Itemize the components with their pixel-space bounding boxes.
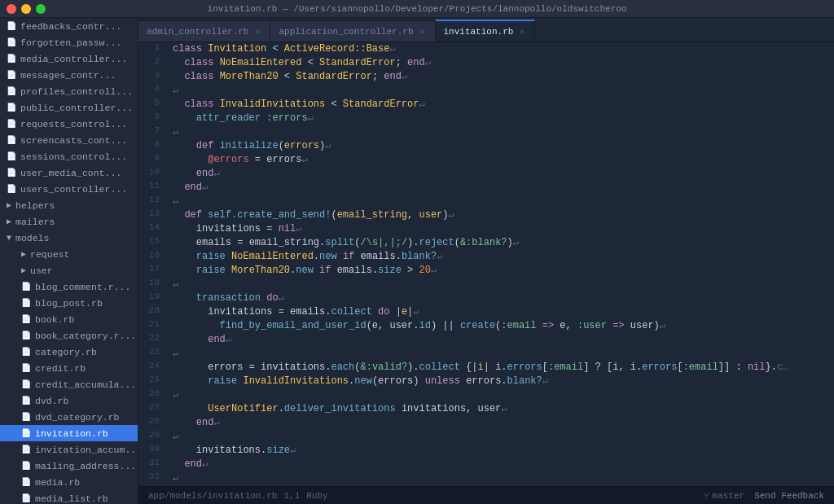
file-icon: 📄 [21, 298, 31, 308]
line-number: 26 [138, 388, 169, 402]
sidebar-item-blog-post[interactable]: 📄 blog_post.rb [0, 295, 138, 311]
line-number: 6 [138, 112, 169, 125]
sidebar-item-helpers[interactable]: ▶ helpers [0, 197, 138, 213]
line-code: transaction do↵ [169, 291, 834, 305]
line-code: ↵ [169, 388, 834, 402]
file-icon: 📄 [21, 445, 31, 454]
line-number: 22 [138, 333, 169, 347]
sidebar-item-requests[interactable]: 📄 requests_control... [0, 116, 138, 132]
sidebar-item-dvd[interactable]: 📄 dvd.rb [0, 392, 138, 409]
file-icon: 📄 [21, 347, 31, 357]
sidebar-item-media[interactable]: 📄 media.rb [0, 474, 138, 490]
table-row: 24 errors = invitations.each(&:valid?).c… [138, 361, 834, 375]
table-row: 2 class NoEmailEntered < StandardError; … [138, 56, 834, 70]
line-number: 11 [138, 181, 169, 195]
sidebar-item-credit[interactable]: 📄 credit.rb [0, 360, 138, 376]
sidebar[interactable]: 📄 feedbacks_contr... 📄 forgotten_passw..… [0, 18, 138, 504]
status-right: ⑂ master Send Feedback [704, 491, 824, 501]
sidebar-item-mailers[interactable]: ▶ mailers [0, 213, 138, 230]
sidebar-item-media-controller[interactable]: 📄 media_controller... [0, 50, 138, 67]
line-code: @errors = errors↵ [169, 153, 834, 167]
tab-admin-controller[interactable]: admin_controller.rb ✕ [138, 20, 270, 42]
status-branch: ⑂ master [704, 491, 745, 501]
sidebar-item-messages[interactable]: 📄 messages_contr... [0, 67, 138, 83]
sidebar-item-credit-accumula[interactable]: 📄 credit_accumula... [0, 376, 138, 392]
sidebar-item-media-list[interactable]: 📄 media_list.rb [0, 490, 138, 504]
title-bar-title: invitation.rb — /Users/siannopollo/Devel… [208, 4, 627, 14]
line-number: 9 [138, 153, 169, 167]
line-code: invitations.size↵ [169, 444, 834, 458]
line-number: 14 [138, 222, 169, 236]
file-icon: 📄 [7, 21, 16, 31]
table-row: 22 end↵ [138, 333, 834, 347]
code-editor[interactable]: 1 class Invitation < ActiveRecord::Base↵… [138, 42, 834, 486]
table-row: 30 invitations.size↵ [138, 444, 834, 458]
line-number: 18 [138, 278, 169, 291]
sidebar-item-category[interactable]: 📄 category.rb [0, 344, 138, 360]
table-row: 12 ↵ [138, 195, 834, 208]
file-icon: 📄 [21, 493, 31, 503]
line-number: 12 [138, 195, 169, 208]
sidebar-item-forgotten[interactable]: 📄 forgotten_passw... [0, 34, 138, 50]
close-tab-invitation[interactable]: ✕ [518, 27, 526, 37]
maximize-window-button[interactable] [36, 4, 46, 14]
file-icon: 📄 [21, 461, 31, 471]
line-code: raise MoreThan20.new if emails.size > 20… [169, 264, 834, 278]
table-row: 14 invitations = nil↵ [138, 222, 834, 236]
line-code: def self.create_and_send!(email_string, … [169, 208, 834, 222]
line-number: 4 [138, 84, 169, 98]
sidebar-item-book[interactable]: 📄 book.rb [0, 311, 138, 327]
table-row: 23 ↵ [138, 347, 834, 361]
sidebar-item-mailing-address[interactable]: 📄 mailing_address... [0, 458, 138, 474]
line-number: 28 [138, 416, 169, 430]
file-icon: 📄 [7, 168, 16, 177]
minimize-window-button[interactable] [21, 4, 31, 14]
tab-application-controller[interactable]: application_controller.rb ✕ [270, 20, 435, 42]
branch-name: master [713, 491, 745, 501]
table-row: 1 class Invitation < ActiveRecord::Base↵ [138, 42, 834, 56]
sidebar-item-models[interactable]: ▼ models [0, 230, 138, 246]
sidebar-item-request[interactable]: ▶ request [0, 246, 138, 262]
sidebar-item-invitation[interactable]: 📄 invitation.rb [0, 425, 138, 441]
line-code: def initialize(errors)↵ [169, 139, 834, 153]
sidebar-item-public[interactable]: 📄 public_controller... [0, 99, 138, 116]
sidebar-item-sessions[interactable]: 📄 sessions_control... [0, 148, 138, 164]
tab-invitation[interactable]: invitation.rb ✕ [436, 20, 536, 42]
file-icon: 📄 [21, 282, 31, 291]
sidebar-item-user-media[interactable]: 📄 user_media_cont... [0, 164, 138, 181]
sidebar-item-screencasts[interactable]: 📄 screencasts_cont... [0, 132, 138, 148]
close-window-button[interactable] [7, 4, 16, 14]
table-row: 20 invitations = emails.collect do |e|↵ [138, 305, 834, 319]
sidebar-item-invitation-accum[interactable]: 📄 invitation_accum... [0, 441, 138, 458]
sidebar-item-feedbacks[interactable]: 📄 feedbacks_contr... [0, 18, 138, 34]
sidebar-item-dvd-category[interactable]: 📄 dvd_category.rb [0, 409, 138, 425]
file-icon: 📄 [7, 54, 16, 64]
sidebar-item-blog-comment[interactable]: 📄 blog_comment.r... [0, 278, 138, 295]
sidebar-item-profiles[interactable]: 📄 profiles_controll... [0, 83, 138, 99]
send-feedback-button[interactable]: Send Feedback [754, 491, 824, 501]
sidebar-item-user[interactable]: ▶ user [0, 262, 138, 278]
file-icon: 📄 [7, 37, 16, 47]
line-number: 29 [138, 430, 169, 444]
sidebar-item-book-category[interactable]: 📄 book_category.r... [0, 327, 138, 344]
window-controls[interactable] [7, 4, 46, 14]
table-row: 8 def initialize(errors)↵ [138, 139, 834, 153]
file-icon: 📄 [21, 477, 31, 487]
close-tab-application[interactable]: ✕ [418, 27, 426, 37]
file-icon: 📄 [21, 428, 31, 438]
line-code: find_by_email_and_user_id(e, user.id) ||… [169, 319, 834, 333]
line-number: 31 [138, 458, 169, 471]
status-language: Ruby [306, 491, 327, 501]
table-row: 11 end↵ [138, 181, 834, 195]
file-icon: 📄 [21, 396, 31, 405]
folder-closed-icon: ▶ [7, 200, 11, 210]
sidebar-item-users-controller[interactable]: 📄 users_controller... [0, 181, 138, 197]
line-number: 2 [138, 56, 169, 70]
line-code: invitations = nil↵ [169, 222, 834, 236]
line-code: ↵ [169, 195, 834, 208]
table-row: 29 ↵ [138, 430, 834, 444]
line-number: 19 [138, 291, 169, 305]
file-icon: 📄 [7, 184, 16, 194]
line-number: 7 [138, 125, 169, 139]
close-tab-admin[interactable]: ✕ [253, 27, 261, 37]
